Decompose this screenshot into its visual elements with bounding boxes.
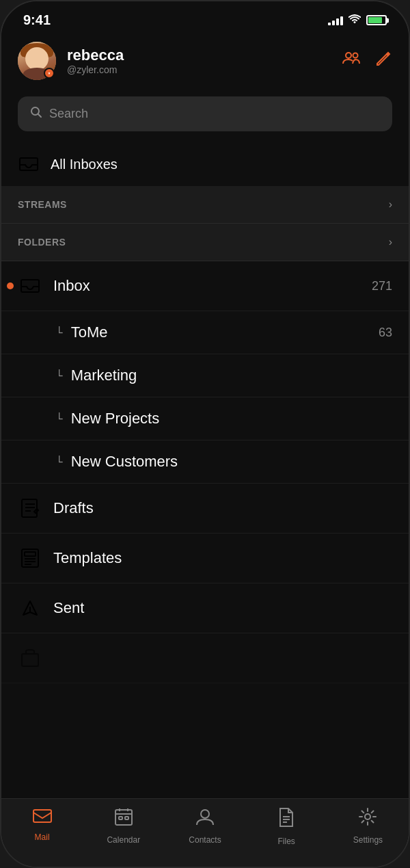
new-customers-label: New Customers	[71, 453, 392, 471]
streams-chevron: ›	[389, 198, 392, 211]
user-email: @zyler.com	[67, 64, 342, 75]
phone-frame: 9:41	[0, 0, 410, 868]
nav-list: Inbox 271 └ ToMe 63 └ Marketing └ New Pr…	[1, 261, 409, 683]
search-placeholder: Search	[49, 107, 88, 121]
avatar[interactable]	[18, 42, 56, 80]
partial-item[interactable]	[1, 633, 409, 683]
user-name: rebecca	[67, 47, 342, 64]
search-bar[interactable]: Search	[18, 96, 392, 131]
folders-section[interactable]: FOLDERS ›	[1, 224, 409, 261]
compose-icon[interactable]	[374, 50, 392, 72]
marketing-arrow: └	[56, 369, 63, 382]
settings-tab-icon	[358, 807, 377, 831]
svg-rect-12	[125, 817, 128, 819]
files-tab-label: Files	[278, 837, 295, 846]
search-icon	[30, 106, 42, 122]
tome-badge: 63	[379, 326, 392, 340]
calendar-tab-icon	[114, 807, 133, 831]
status-bar: 9:41	[1, 1, 409, 34]
sent-icon	[18, 596, 42, 620]
tome-arrow: └	[56, 326, 63, 339]
tab-contacts[interactable]: Contacts	[164, 807, 245, 845]
user-info: rebecca @zyler.com	[67, 47, 342, 75]
templates-item[interactable]: Templates	[1, 534, 409, 583]
contacts-tab-icon	[195, 807, 215, 831]
folders-label: FOLDERS	[18, 237, 66, 248]
tab-mail[interactable]: Mail	[1, 807, 83, 842]
mail-tab-label: Mail	[35, 832, 50, 842]
new-customers-arrow: └	[56, 456, 63, 469]
new-customers-item[interactable]: └ New Customers	[1, 440, 409, 484]
all-inboxes-row[interactable]: All Inboxes	[1, 142, 409, 186]
section-headers: STREAMS › FOLDERS ›	[1, 186, 409, 261]
all-inboxes-icon	[18, 153, 40, 175]
marketing-item[interactable]: └ Marketing	[1, 354, 409, 397]
svg-rect-7	[25, 552, 36, 556]
search-container: Search	[1, 91, 409, 142]
sent-label: Sent	[53, 599, 392, 617]
tab-settings[interactable]: Settings	[327, 807, 409, 845]
inbox-active-dot	[7, 282, 14, 289]
files-tab-icon	[277, 807, 295, 832]
sent-item[interactable]: Sent	[1, 583, 409, 633]
contacts-tab-label: Contacts	[189, 835, 221, 845]
contacts-icon[interactable]	[342, 50, 361, 72]
marketing-label: Marketing	[71, 367, 392, 384]
tab-files[interactable]: Files	[246, 807, 327, 846]
folders-chevron: ›	[389, 236, 392, 248]
avatar-dropdown-badge	[44, 68, 55, 79]
tome-item[interactable]: └ ToMe 63	[1, 311, 409, 354]
signal-icon	[328, 16, 343, 25]
battery-icon	[366, 15, 387, 25]
svg-rect-10	[115, 810, 132, 825]
settings-tab-label: Settings	[353, 835, 383, 845]
inbox-label: Inbox	[53, 277, 372, 295]
wifi-icon	[348, 14, 361, 26]
svg-point-13	[201, 810, 209, 818]
inbox-item[interactable]: Inbox 271	[1, 261, 409, 311]
svg-point-1	[353, 53, 358, 58]
inbox-badge: 271	[372, 279, 392, 293]
templates-icon	[18, 546, 42, 570]
tab-bar: Mail Calendar	[1, 798, 409, 867]
inbox-icon	[18, 274, 42, 298]
svg-point-14	[365, 814, 370, 819]
tab-calendar[interactable]: Calendar	[83, 807, 164, 845]
svg-rect-11	[119, 817, 122, 819]
status-time: 9:41	[23, 12, 51, 28]
header-actions	[342, 50, 392, 72]
header: rebecca @zyler.com	[1, 34, 409, 91]
mail-tab-icon	[32, 807, 53, 828]
new-projects-item[interactable]: └ New Projects	[1, 397, 409, 440]
drafts-item[interactable]: Drafts	[1, 484, 409, 534]
svg-rect-9	[33, 810, 51, 822]
streams-section[interactable]: STREAMS ›	[1, 186, 409, 224]
drafts-label: Drafts	[53, 499, 392, 517]
streams-label: STREAMS	[18, 199, 67, 210]
all-inboxes-label: All Inboxes	[51, 157, 118, 172]
drafts-icon	[18, 496, 42, 521]
svg-point-0	[346, 53, 351, 58]
templates-label: Templates	[53, 549, 392, 567]
tome-label: ToMe	[71, 324, 379, 341]
new-projects-arrow: └	[56, 412, 63, 425]
svg-rect-8	[22, 654, 38, 666]
partial-icon	[18, 646, 42, 670]
status-icons	[328, 14, 387, 26]
new-projects-label: New Projects	[71, 410, 392, 428]
calendar-tab-label: Calendar	[107, 835, 140, 845]
